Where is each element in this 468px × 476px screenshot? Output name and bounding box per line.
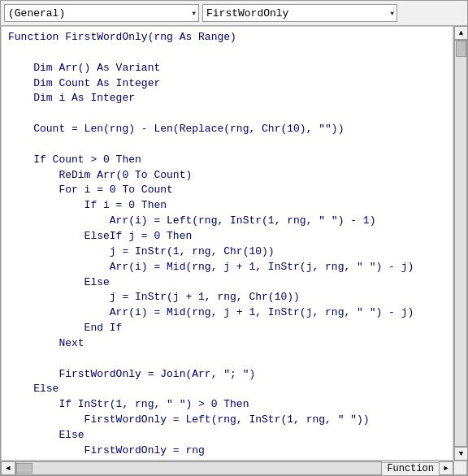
h-scrollbar-area: ◄ Function ►	[1, 461, 453, 475]
corner-box	[453, 461, 467, 475]
h-scroll-track[interactable]	[15, 461, 382, 475]
v-scroll-track[interactable]	[454, 40, 467, 447]
h-scroll-thumb[interactable]	[16, 463, 32, 474]
function-dropdown-wrapper: FirstWordOnly	[202, 4, 397, 22]
scroll-down-button[interactable]: ▼	[454, 447, 467, 461]
vertical-scrollbar: ▲ ▼	[453, 26, 467, 461]
code-block: Function FirstWordOnly(rng As Range) Dim…	[2, 27, 453, 461]
main-area: Function FirstWordOnly(rng As Range) Dim…	[1, 26, 467, 461]
toolbar: (General) FirstWordOnly	[1, 1, 467, 26]
scroll-right-button[interactable]: ►	[439, 461, 453, 475]
status-function-label: Function	[382, 462, 439, 474]
bottom-row: ◄ Function ►	[1, 461, 467, 475]
scroll-up-button[interactable]: ▲	[454, 26, 467, 40]
general-dropdown-wrapper: (General)	[4, 4, 199, 22]
general-dropdown[interactable]: (General)	[4, 4, 199, 22]
main-window: (General) FirstWordOnly Function FirstWo…	[0, 0, 468, 476]
function-dropdown[interactable]: FirstWordOnly	[202, 4, 397, 22]
scroll-left-button[interactable]: ◄	[1, 461, 15, 475]
code-container[interactable]: Function FirstWordOnly(rng As Range) Dim…	[1, 26, 453, 461]
v-scroll-thumb[interactable]	[456, 41, 466, 57]
